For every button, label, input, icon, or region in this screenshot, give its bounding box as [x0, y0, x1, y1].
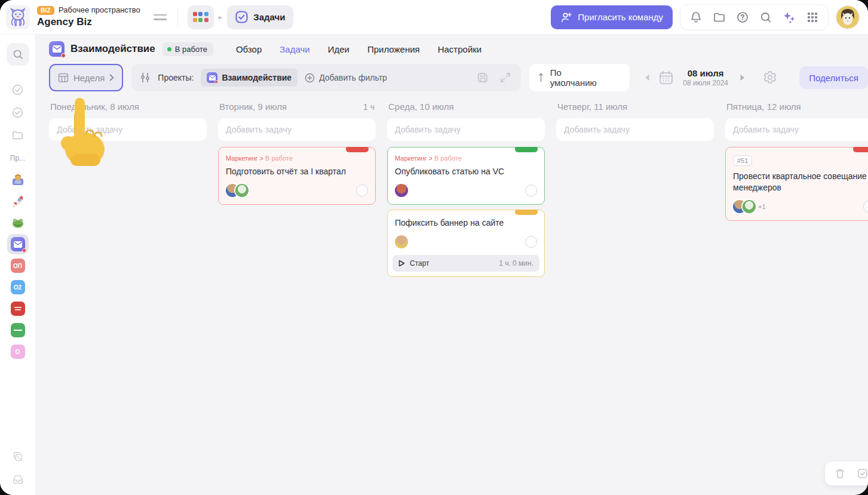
column-title: Пятница, 12 июля [726, 102, 801, 112]
project-op-badge: ОП [11, 259, 25, 273]
avatar [395, 184, 408, 197]
column-thursday: Четверг, 11 июля [556, 102, 714, 495]
ai-assistant-button[interactable] [782, 10, 796, 24]
task-card[interactable]: Маркетинг > В работе Подготовить отчёт з… [218, 147, 376, 205]
topbar: BIZ Рабочее пространство Agency Biz ▸ За… [0, 0, 868, 35]
gear-icon [762, 70, 778, 85]
red-logo-icon [11, 302, 25, 316]
expand-button[interactable] [498, 70, 513, 85]
play-icon [398, 260, 405, 267]
complete-checkbox[interactable] [863, 201, 868, 213]
menu-toggle-icon[interactable] [154, 14, 167, 20]
filters-label: Проекты: [158, 73, 194, 82]
add-task-input[interactable] [387, 118, 545, 141]
tab-settings[interactable]: Настройки [438, 44, 482, 54]
sidebar-project-rocket[interactable] [7, 191, 29, 211]
next-week-button[interactable] [737, 72, 748, 84]
board-settings-button[interactable] [762, 70, 778, 85]
tab-apps[interactable]: Приложения [367, 44, 420, 54]
add-task-input[interactable] [49, 118, 207, 141]
sidebar-project-interaction[interactable] [7, 234, 29, 254]
card-breadcrumb: Маркетинг > В работе [226, 155, 368, 162]
nav-tab-tasks[interactable]: Задачи [227, 5, 293, 29]
add-filter-button[interactable]: Добавить фильтр [305, 73, 387, 83]
card-title: Пофиксить баннер на сайте [395, 217, 537, 229]
notifications-button[interactable] [689, 10, 703, 24]
view-mode-button[interactable]: Неделя [49, 64, 123, 91]
column-title: Четверг, 11 июля [557, 102, 627, 112]
project-filter-chip[interactable]: Взаимодействие [201, 69, 297, 87]
sidebar-project-frog[interactable] [7, 213, 29, 233]
sliders-icon[interactable] [140, 72, 151, 83]
add-task-input[interactable] [218, 118, 376, 141]
complete-checkbox[interactable] [525, 236, 537, 248]
tab-ideas[interactable]: Идеи [328, 44, 349, 54]
invite-team-button[interactable]: Пригласить команду [551, 5, 673, 29]
files-button[interactable] [712, 10, 726, 24]
share-button[interactable]: Поделиться [799, 66, 868, 89]
plus-circle-icon [305, 73, 315, 83]
services-button[interactable] [805, 10, 820, 24]
sidebar-project-support[interactable] [7, 170, 29, 190]
card-title: Провести квартальное совещание менеджеро… [733, 171, 868, 193]
sort-arrow-icon [538, 72, 544, 83]
workspace-name[interactable]: Agency Biz [37, 16, 140, 28]
column-title: Понедельник, 8 июля [50, 102, 139, 112]
prev-week-button[interactable] [642, 72, 652, 84]
chevron-right-icon [109, 74, 114, 81]
topbar-right: Пригласить команду [551, 4, 860, 30]
tab-overview[interactable]: Обзор [236, 44, 262, 54]
sidebar-assigned-button[interactable] [11, 105, 25, 119]
calendar-icon[interactable] [658, 70, 674, 85]
complete-all-button[interactable] [855, 466, 868, 481]
complete-checkbox[interactable] [356, 185, 368, 196]
person-plus-icon [560, 11, 572, 23]
assignee-avatars [395, 184, 408, 197]
avatar [395, 235, 408, 248]
column-hours: 1 ч [363, 102, 375, 112]
task-card[interactable]: Маркетинг > В работе Опубликовать статью… [387, 147, 545, 205]
save-view-button[interactable] [476, 70, 490, 85]
sidebar-search-button[interactable] [7, 43, 29, 66]
sidebar-folders-button[interactable] [11, 128, 25, 142]
envelope-icon [207, 72, 217, 83]
check-square-icon [235, 11, 248, 23]
user-avatar[interactable] [836, 5, 860, 29]
search-button[interactable] [759, 10, 773, 24]
help-button[interactable] [735, 10, 750, 24]
trash-button[interactable] [833, 466, 847, 481]
green-logo-icon [11, 323, 25, 337]
sidebar-my-tasks-button[interactable] [11, 82, 25, 97]
project-status-badge[interactable]: В работе [162, 42, 213, 56]
sidebar-inbox-button[interactable] [11, 472, 25, 487]
calendar-grid-icon [58, 72, 69, 83]
timer-label: Старт [410, 259, 430, 268]
sidebar-copy-button[interactable] [11, 450, 25, 464]
workspace-logo[interactable] [6, 5, 30, 29]
invite-team-label: Пригласить команду [578, 12, 663, 22]
add-task-input[interactable] [556, 118, 714, 141]
apps-launcher-button[interactable] [188, 5, 214, 29]
sidebar-project-red-logo[interactable] [7, 299, 29, 319]
project-filter-label: Взаимодействие [222, 73, 292, 82]
timer-value: 1 ч. 0 мин. [499, 259, 533, 268]
sidebar: Пр... [0, 35, 36, 495]
complete-checkbox[interactable] [525, 185, 537, 196]
date-display[interactable]: 08 июля 08 июля 2024 [680, 68, 731, 87]
task-card[interactable]: #51 Провести квартальное совещание менед… [725, 147, 868, 221]
column-monday: Понедельник, 8 июля [49, 102, 207, 495]
tab-tasks[interactable]: Задачи [280, 44, 309, 54]
add-filter-label: Добавить фильтр [319, 73, 387, 82]
sidebar-project-o[interactable]: О [7, 342, 29, 362]
sidebar-project-op[interactable]: ОП [7, 256, 29, 276]
task-card[interactable]: Пофиксить баннер на сайте Старт 1 ч. 0 м… [387, 210, 545, 277]
view-mode-label: Неделя [73, 73, 105, 83]
timer-bar[interactable]: Старт 1 ч. 0 мин. [392, 255, 539, 272]
sidebar-project-o2[interactable]: О2 [7, 277, 29, 297]
task-id-badge: #51 [733, 155, 752, 166]
priority-notch [515, 210, 538, 215]
sort-dropdown[interactable]: По умолчанию [529, 64, 630, 91]
column-title: Среда, 10 июля [388, 102, 454, 112]
sidebar-project-green-logo[interactable] [7, 320, 29, 340]
add-task-input[interactable] [725, 118, 868, 141]
